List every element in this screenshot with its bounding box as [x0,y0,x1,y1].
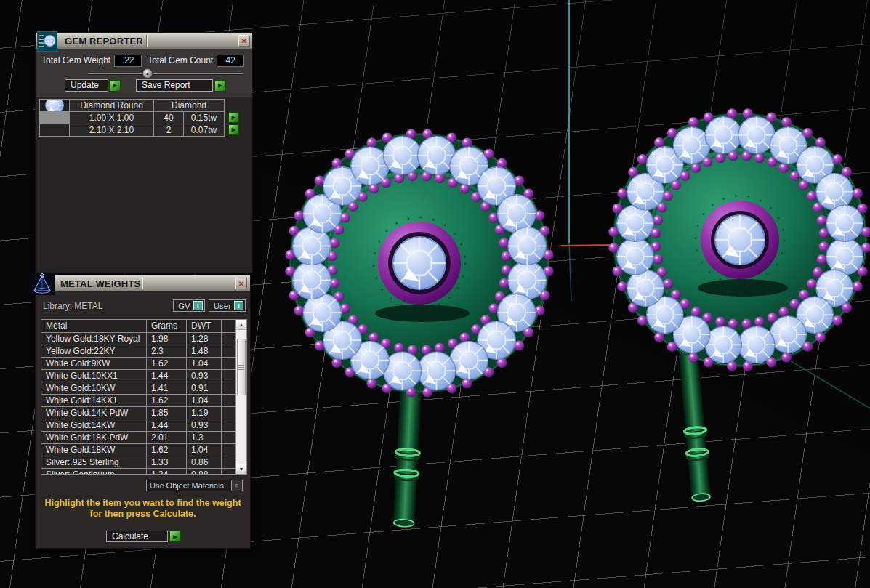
metal-table-row[interactable]: White Gold:10KW1.410.91 [41,382,246,395]
gem-row-count[interactable]: 40 [154,112,183,124]
total-gem-count-label: Total Gem Count [148,55,213,65]
user-library-button[interactable]: User I [209,299,246,312]
scroll-up-icon[interactable]: ▲ [236,320,246,330]
save-report-go-button[interactable]: ▶ [214,80,226,92]
gem-row-weight[interactable]: 0.15tw [184,112,224,124]
update-go-button[interactable]: ▶ [109,80,121,92]
metal-table-row[interactable]: White Gold:10KX11.440.93 [41,370,246,382]
gem-row-size[interactable]: 2.10 X 2.10 [70,124,153,136]
gem-row-count[interactable]: 2 [154,124,183,136]
gem-row-detail-button[interactable]: ▶ [228,112,239,123]
metal-table-row[interactable]: Yellow Gold:18KY Royal1.981.28 [41,333,246,345]
metal-weights-window: METAL WEIGHTS ✕ Library: METAL GV I User… [35,275,251,549]
gem-table-arrows: ▶▶ [228,112,239,135]
gem-table-blank-cell [40,124,69,136]
metal-table-row[interactable]: White Gold:9KW1.621.04 [41,358,246,370]
gv-info-icon[interactable]: I [193,301,203,310]
gem-row-weight[interactable]: 0.07tw [184,124,224,136]
materials-dropdown-label: Use Object Materials [147,480,231,491]
metal-table-row[interactable]: White Gold:18KW1.621.04 [41,444,246,456]
scrollbar-thumb[interactable] [237,339,246,395]
collapse-separator [88,73,243,75]
gem-reporter-close-button[interactable]: ✕ [238,35,250,47]
gem-reporter-title: GEM REPORTER [65,36,143,47]
metal-table-scrollbar[interactable]: ▲ ▼ [235,320,246,474]
gv-library-button[interactable]: GV I [173,299,205,312]
gem-row-detail-button[interactable]: ▶ [228,124,239,135]
gem-table[interactable]: Diamond Round Diamond 1.00 X 1.00400.15t… [39,99,225,137]
metal-weights-title: METAL WEIGHTS [60,278,140,289]
gem-reporter-titlebar[interactable]: GEM REPORTER ✕ [36,33,252,49]
grams-col-header: Grams [147,320,187,333]
update-button[interactable]: Update [65,79,108,92]
user-label: User [214,302,231,310]
titlebar-groove [142,278,143,289]
metal-table-row[interactable]: White Gold:14KW1.440.93 [41,419,246,432]
metal-table-row[interactable]: Silver:.925 Sterling1.330.86 [41,456,246,469]
materials-dropdown-icon[interactable]: ○ [231,480,242,491]
spacer-col-header [222,320,237,333]
calculate-instruction: Highlight the item you want to find the … [36,498,250,520]
metal-weights-titlebar[interactable]: METAL WEIGHTS ✕ [36,275,250,292]
gem-table-col2-header: Diamond [154,100,224,111]
gem-reporter-icon [37,31,57,52]
gem-type-thumbnail [40,100,69,111]
metal-col-header: Metal [41,320,147,333]
titlebar-groove [146,35,148,47]
instruction-line2: for then press Calculate. [36,509,250,520]
gem-reporter-window: GEM REPORTER ✕ Total Gem Weight .22 Tota… [35,32,253,273]
viewport-3d[interactable]: GEM REPORTER ✕ Total Gem Weight .22 Tota… [0,0,870,588]
total-gem-weight-value[interactable]: .22 [114,55,142,67]
use-object-materials-dropdown[interactable]: Use Object Materials ○ [146,480,243,491]
total-gem-weight-label: Total Gem Weight [41,55,110,65]
collapse-knob-button[interactable]: ▲ [142,68,153,78]
calculate-button[interactable]: Calculate [106,531,168,542]
gv-label: GV [178,302,190,310]
metal-table-row[interactable]: Silver: Continuum1.340.88 [41,469,246,475]
metal-table-header: Metal Grams DWT [41,320,246,333]
metal-table-row[interactable]: Yellow Gold:22KY2.31.48 [41,345,246,358]
instruction-line1: Highlight the item you want to find the … [36,498,250,509]
metal-weights-icon [29,273,55,295]
metal-table-rows: Yellow Gold:18KY Royal1.981.28Yellow Gol… [41,333,246,475]
user-info-icon[interactable]: I [234,301,243,310]
library-label: Library: METAL [43,301,102,311]
gem-table-col1-header: Diamond Round [70,100,153,111]
save-report-button[interactable]: Save Report [136,79,213,92]
metal-weights-close-button[interactable]: ✕ [235,278,247,289]
calculate-go-button[interactable]: ▶ [169,531,181,542]
scroll-down-icon[interactable]: ▼ [236,464,246,474]
gem-row-size[interactable]: 1.00 X 1.00 [70,112,153,124]
metal-table[interactable]: Metal Grams DWT Yellow Gold:18KY Royal1.… [41,319,247,475]
total-gem-count-value[interactable]: 42 [217,55,244,67]
metal-table-row[interactable]: White Gold:14KX11.621.04 [41,395,246,407]
metal-table-row[interactable]: White Gold:18K PdW2.011.3 [41,432,246,444]
dwt-col-header: DWT [187,320,222,333]
metal-table-row[interactable]: White Gold:14K PdW1.851.19 [41,407,246,419]
